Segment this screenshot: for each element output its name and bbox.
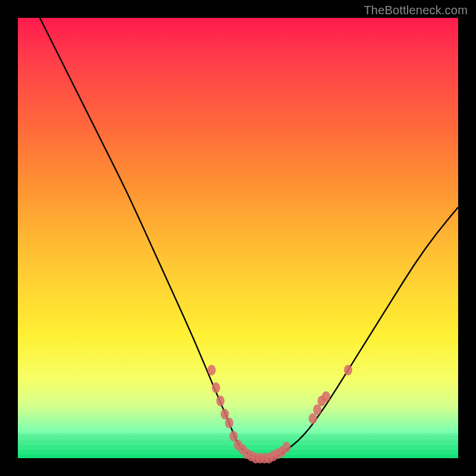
marker-point (221, 409, 229, 419)
watermark-text: TheBottleneck.com (364, 4, 468, 17)
marker-point (212, 383, 220, 393)
chart-stage: TheBottleneck.com (0, 0, 476, 476)
marker-point (225, 418, 233, 428)
marker-point (230, 431, 238, 441)
marker-point (322, 391, 330, 402)
curve-markers (208, 365, 352, 464)
marker-point (344, 365, 352, 375)
marker-point (313, 405, 321, 415)
marker-point (208, 365, 216, 375)
curve-layer (18, 18, 458, 458)
marker-point (216, 396, 224, 406)
marker-point (282, 442, 290, 453)
bottleneck-curve (40, 18, 458, 458)
marker-point (309, 413, 317, 424)
